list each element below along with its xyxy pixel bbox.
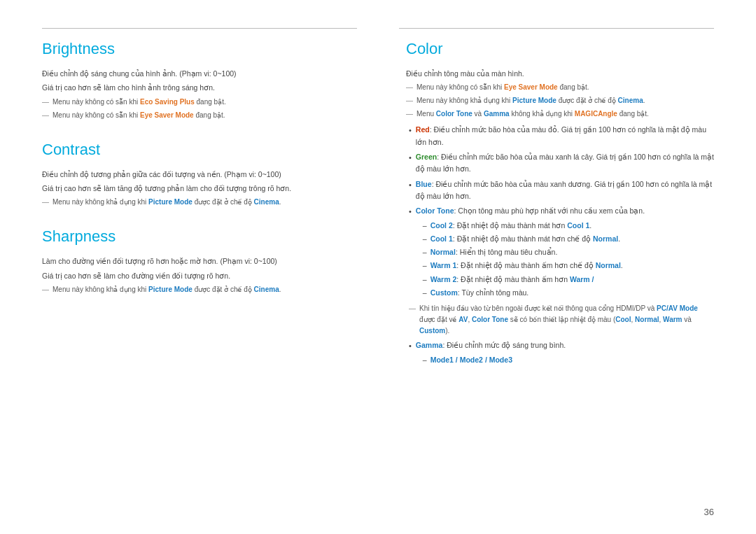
bullet-gamma: • Gamma: Điều chỉnh mức độ sáng trung bì… [406, 339, 714, 367]
custom-hdmi: Custom [419, 327, 445, 335]
color-tone-sublist: – Cool 2: Đặt nhiệt độ màu thành mát hơn… [416, 220, 714, 300]
note-mark3: ― [42, 197, 49, 208]
brightness-p1: Điều chỉnh độ sáng chung của hình ảnh. (… [42, 68, 350, 80]
cool2-label: Cool 2 [430, 221, 453, 230]
note-mark4: ― [42, 284, 49, 295]
normal-ref1: Normal [593, 234, 618, 243]
color-note3: ― Menu Color Tone và Gamma không khả dụn… [406, 108, 714, 120]
cinema-color: Cinema [618, 97, 643, 104]
gamma-sublist: – Mode1 / Mode2 / Mode3 [416, 354, 714, 366]
custom-label: Custom [430, 288, 458, 297]
av-label: AV [458, 316, 468, 323]
color-section: Color Điều chỉnh tông màu của màn hình. … [406, 40, 714, 367]
warm1-label: Warm 1 [430, 261, 457, 269]
normal-item: – Normal: Hiển thị tông màu tiêu chuẩn. [423, 246, 714, 258]
eye-saver-highlight-brightness: Eye Saver Mode [140, 111, 194, 119]
contrast-note1: ― Menu này không khả dụng khi Picture Mo… [42, 197, 350, 208]
eye-saver-color: Eye Saver Mode [504, 83, 558, 91]
left-column: Brightness Điều chỉnh độ sáng chung của … [42, 40, 364, 506]
contrast-p2: Giá trị cao hơn sẽ làm tăng độ tương phả… [42, 183, 350, 195]
right-divider [399, 28, 714, 29]
color-intro: Điều chỉnh tông màu của màn hình. [406, 68, 714, 80]
sharpness-body: Làm cho đường viền đối tượng rõ hơn hoặc… [42, 255, 350, 295]
color-bullets: • Red: Điều chỉnh mức bão hòa của màu đỏ… [406, 124, 714, 300]
magic-angle-note: MAGICAngle [575, 110, 617, 118]
normal-label: Normal [430, 248, 456, 256]
picture-mode-contrast: Picture Mode [148, 198, 192, 206]
sharpness-section: Sharpness Làm cho đường viền đối tượng r… [42, 227, 350, 295]
contrast-title: Contrast [42, 141, 350, 159]
note-mark2: ― [42, 110, 49, 121]
brightness-note1: ― Menu này không có sẵn khi Eco Saving P… [42, 97, 350, 108]
pcav-mode: PC/AV Mode [657, 304, 698, 312]
contrast-body: Điều chỉnh độ tương phản giữa các đối tư… [42, 169, 350, 209]
color-title: Color [406, 40, 714, 58]
color-tone-hdmi: Color Tone [472, 316, 508, 323]
color-note2: ― Menu này không khả dụng khi Picture Mo… [406, 95, 714, 106]
custom-item: – Custom: Tùy chỉnh tông màu. [423, 287, 714, 299]
brightness-section: Brightness Điều chỉnh độ sáng chung của … [42, 40, 350, 121]
brightness-body: Điều chỉnh độ sáng chung của hình ảnh. (… [42, 68, 350, 121]
brightness-note2: ― Menu này không có sẵn khi Eye Saver Mo… [42, 110, 350, 121]
sharpness-title: Sharpness [42, 227, 350, 246]
color-body: Điều chỉnh tông màu của màn hình. ― Menu… [406, 68, 714, 367]
brightness-p2: Giá trị cao hơn sẽ làm cho hình ảnh trôn… [42, 82, 350, 94]
left-divider [42, 28, 357, 29]
sharpness-p2: Giá trị cao hơn sẽ làm cho đường viền đố… [42, 270, 350, 282]
cool1-item: – Cool 1: Đặt nhiệt độ màu thành mát hơn… [423, 233, 714, 245]
mode-list: Mode1 / Mode2 / Mode3 [430, 356, 512, 364]
page-number: 36 [704, 507, 714, 517]
bullet-green: • Green: Điều chỉnh mức bão hòa của màu … [406, 151, 714, 176]
green-label: Green [416, 153, 437, 161]
eco-saving-highlight: Eco Saving Plus [140, 98, 195, 106]
bullet-color-tone: • Color Tone: Chọn tông màu phù hợp nhất… [406, 205, 714, 300]
sharpness-p1: Làm cho đường viền đối tượng rõ hơn hoặc… [42, 255, 350, 267]
warm1-ref: Warm / [570, 275, 594, 283]
picture-mode-color: Picture Mode [512, 97, 556, 104]
cool1-label: Cool 1 [430, 234, 453, 243]
note-mark: ― [42, 97, 49, 108]
warm-hdmi: Warm [663, 316, 682, 323]
contrast-p1: Điều chỉnh độ tương phản giữa các đối tư… [42, 169, 350, 181]
warm2-item: – Warm 2: Đặt nhiệt độ màu thành ấm hơn … [423, 274, 714, 286]
normal-hdmi: Normal [635, 316, 659, 323]
gamma-note: Gamma [484, 110, 510, 118]
gamma-modes: – Mode1 / Mode2 / Mode3 [423, 354, 714, 366]
cool-hdmi: Cool [615, 316, 631, 323]
bullet-blue: • Blue: Điều chỉnh mức bão hòa của màu x… [406, 178, 714, 203]
cool1-ref: Cool 1 [567, 221, 589, 230]
contrast-section: Contrast Điều chỉnh độ tương phản giữa c… [42, 141, 350, 209]
color-note1: ― Menu này không có sẵn khi Eye Saver Mo… [406, 82, 714, 93]
blue-label: Blue [416, 180, 432, 188]
warm1-item: – Warm 1: Đặt nhiệt độ màu thành ấm hơn … [423, 260, 714, 272]
sharpness-note1: ― Menu này không khả dụng khi Picture Mo… [42, 284, 350, 295]
cinema-contrast: Cinema [254, 198, 279, 206]
gamma-label: Gamma [416, 341, 443, 349]
color-tone-label: Color Tone [416, 206, 454, 215]
hdmi-note: ― Khi tín hiệu đầu vào từ bên ngoài được… [406, 303, 714, 337]
red-label: Red [416, 125, 430, 134]
picture-mode-sharpness: Picture Mode [148, 286, 192, 293]
color-tone-note: Color Tone [436, 110, 472, 118]
top-dividers [42, 28, 714, 29]
cool2-item: – Cool 2: Đặt nhiệt độ màu thành mát hơn… [423, 220, 714, 232]
cinema-sharpness: Cinema [254, 286, 279, 293]
normal-ref2: Normal [596, 261, 621, 269]
right-column: Color Điều chỉnh tông màu của màn hình. … [392, 40, 714, 506]
warm2-label: Warm 2 [430, 275, 457, 283]
brightness-title: Brightness [42, 40, 350, 58]
bullet-red: • Red: Điều chỉnh mức bão hòa của màu đỏ… [406, 124, 714, 148]
